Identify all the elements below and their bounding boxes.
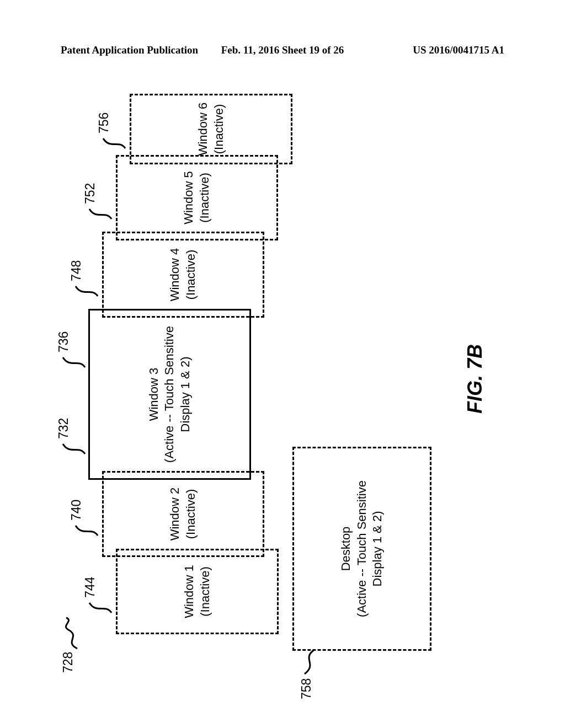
callout-icon bbox=[61, 351, 88, 370]
desktop-label: Desktop (Active -- Touch Sensitive Displ… bbox=[338, 480, 386, 617]
callout-icon bbox=[73, 519, 101, 538]
figure-wrapper: 728 Window 1 (Inactive) 744 Window 2 (In… bbox=[61, 94, 504, 673]
callout-icon bbox=[101, 132, 129, 151]
lead-740: 740 bbox=[69, 500, 84, 521]
figure-caption: FIG. 7B bbox=[463, 344, 487, 414]
lead-732: 732 bbox=[56, 418, 71, 439]
lead-752: 752 bbox=[83, 183, 98, 204]
window-1-label: Window 1 (Inactive) bbox=[182, 565, 213, 618]
callout-icon bbox=[61, 437, 88, 456]
window-1: Window 1 (Inactive) bbox=[116, 549, 279, 634]
figure-rotated: 728 Window 1 (Inactive) 744 Window 2 (In… bbox=[61, 94, 504, 673]
page-header: Patent Application Publication Feb. 11, … bbox=[61, 44, 504, 56]
header-center: Feb. 11, 2016 Sheet 19 of 26 bbox=[209, 44, 356, 56]
window-4-label: Window 4 (Inactive) bbox=[167, 248, 199, 302]
lead-756: 756 bbox=[97, 113, 111, 133]
lead-728: 728 bbox=[61, 652, 76, 673]
window-3-label: Window 3 (Active -- Touch Sensitive Disp… bbox=[146, 326, 194, 463]
window-2-label: Window 2 (Inactive) bbox=[167, 488, 199, 541]
window-2: Window 2 (Inactive) bbox=[102, 471, 264, 557]
squiggle-icon bbox=[62, 617, 81, 650]
lead-758: 758 bbox=[299, 678, 314, 699]
desktop-box: Desktop (Active -- Touch Sensitive Displ… bbox=[292, 447, 431, 651]
window-6-label: Window 6 (Inactive) bbox=[195, 103, 227, 156]
callout-icon bbox=[87, 202, 115, 221]
header-left: Patent Application Publication bbox=[61, 44, 209, 56]
window-5-label: Window 5 (Inactive) bbox=[181, 171, 212, 224]
callout-icon bbox=[299, 647, 318, 681]
window-4: Window 4 (Inactive) bbox=[102, 232, 264, 318]
patent-page: Patent Application Publication Feb. 11, … bbox=[0, 0, 565, 728]
window-5: Window 5 (Inactive) bbox=[116, 155, 278, 240]
window-6: Window 6 (Inactive) bbox=[130, 94, 292, 164]
window-3-active: Window 3 (Active -- Touch Sensitive Disp… bbox=[88, 309, 251, 480]
lead-744: 744 bbox=[83, 577, 98, 598]
callout-icon bbox=[87, 596, 115, 615]
lead-748: 748 bbox=[69, 260, 84, 281]
header-right: US 2016/0041715 A1 bbox=[356, 44, 504, 56]
lead-736: 736 bbox=[56, 331, 71, 352]
callout-icon bbox=[73, 280, 101, 298]
